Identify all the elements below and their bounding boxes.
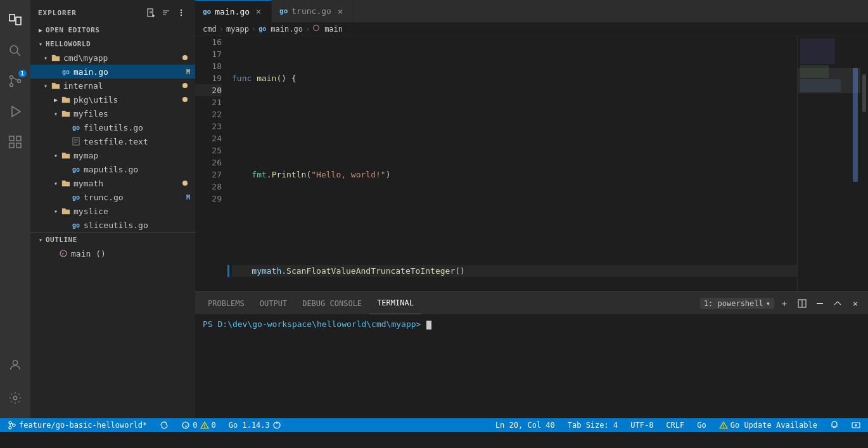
fileutils-go-icon: go: [71, 122, 81, 132]
tab-debug-console[interactable]: DEBUG CONSOLE: [295, 292, 369, 314]
add-terminal-button[interactable]: +: [777, 296, 792, 311]
new-file-icon[interactable]: [144, 6, 157, 19]
encoding-label: UTF-8: [630, 421, 653, 430]
outline-header[interactable]: ▾ OUTLINE: [30, 233, 195, 246]
go-update-label: Go Update Available: [731, 421, 817, 430]
terminal-prompt-text: PS D:\dev\go-workspace\helloworld\cmd\my…: [203, 319, 426, 329]
tab-problems[interactable]: PROBLEMS: [200, 292, 252, 314]
tab-bar: go main.go × go trunc.go ×: [195, 0, 868, 22]
terminal-selector-label: 1: powershell: [704, 299, 763, 308]
tree-item-main-go[interactable]: ▸ go main.go M: [30, 65, 195, 79]
go-update-status[interactable]: Go Update Available: [717, 421, 820, 430]
svg-rect-11: [16, 143, 21, 148]
tab-terminal[interactable]: TERMINAL: [369, 292, 421, 314]
tree-item-pkg-utils[interactable]: ▶ pkg\utils: [30, 93, 195, 106]
search-icon[interactable]: [0, 35, 30, 66]
tree-item-testfile-text[interactable]: ▸ testfile.text: [30, 134, 195, 148]
scroll-thumb[interactable]: [862, 74, 866, 112]
trunc-go-icon: go: [71, 192, 81, 202]
tree-item-internal[interactable]: ▾ internal: [30, 79, 195, 93]
helloworld-label: HELLOWORLD: [46, 40, 190, 48]
line-ending-status[interactable]: CRLF: [663, 421, 687, 430]
scroll-track[interactable]: [860, 36, 868, 291]
terminal-content[interactable]: PS D:\dev\go-workspace\helloworld\cmd\my…: [195, 314, 868, 418]
breadcrumb-myapp[interactable]: myapp: [226, 25, 249, 34]
code-content[interactable]: func main() { fmt.Println("Hello, world!…: [227, 36, 797, 291]
svg-point-6: [18, 80, 21, 83]
tree-label-pkg-utils: pkg\utils: [73, 95, 182, 105]
maximize-panel-button[interactable]: [830, 296, 845, 311]
breadcrumb-maingo[interactable]: main.go: [271, 25, 303, 34]
source-control-icon[interactable]: 1: [0, 66, 30, 96]
open-editors-header[interactable]: ▶ OPEN EDITORS: [30, 23, 195, 37]
svg-point-28: [314, 25, 319, 31]
close-panel-button[interactable]: ×: [848, 296, 863, 311]
tree-item-sliceutils-go[interactable]: ▸ go sliceutils.go: [30, 218, 195, 232]
tab-size-status[interactable]: Tab Size: 4: [565, 421, 620, 430]
sync-status[interactable]: [157, 421, 171, 430]
cmd-myapp-dot: [182, 55, 188, 60]
tree-item-fileutils-go[interactable]: ▸ go fileutils.go: [30, 120, 195, 134]
tree-item-myfiles[interactable]: ▾ myfiles: [30, 106, 195, 120]
code-editor[interactable]: 16 17 18 19 20 21 22 23 24 25 26 27 28 2…: [195, 36, 868, 291]
errors-warnings-status[interactable]: ✕ 0 0: [179, 421, 218, 430]
collapse-all-icon[interactable]: [160, 6, 172, 19]
tree-label-fileutils-go: fileutils.go: [84, 123, 190, 132]
kill-terminal-button[interactable]: [812, 296, 827, 311]
tab-main-go-close[interactable]: ×: [253, 6, 264, 16]
language-status[interactable]: Go: [694, 421, 708, 430]
myfiles-arrow: ▾: [51, 108, 61, 118]
source-control-badge: 1: [18, 70, 27, 77]
svg-line-3: [17, 53, 21, 56]
sidebar: EXPLORER ▶ OPEN EDITORS: [30, 0, 195, 418]
tree-label-mymath: mymath: [73, 179, 182, 188]
git-branch-status[interactable]: feature/go-basic-helloworld*: [5, 421, 150, 430]
maputils-go-icon: go: [71, 164, 81, 174]
account-icon[interactable]: [0, 350, 30, 380]
terminal-selector-dropdown[interactable]: 1: powershell ▾: [700, 298, 774, 309]
svg-point-33: [9, 426, 11, 429]
encoding-status[interactable]: UTF-8: [628, 421, 656, 430]
outline-item-main-label: main (): [71, 249, 190, 259]
tree-item-mymath[interactable]: ▾ mymath: [30, 176, 195, 190]
tree-label-myfiles: myfiles: [73, 109, 190, 118]
outline-item-main[interactable]: f main (): [30, 246, 195, 260]
breadcrumb-main[interactable]: main: [324, 25, 343, 34]
main-layout: EXPLORER ▶ OPEN EDITORS: [30, 0, 868, 418]
tree-item-trunc-go[interactable]: ▸ go trunc.go M: [30, 190, 195, 204]
tree-item-mymap[interactable]: ▾ mymap: [30, 148, 195, 162]
tree-item-cmd-myapp[interactable]: ▾ cmd\myapp: [30, 51, 195, 65]
notifications-status[interactable]: [827, 421, 841, 430]
svg-text:f: f: [61, 252, 64, 257]
run-icon[interactable]: [0, 96, 30, 127]
go-version-status[interactable]: Go 1.14.3: [226, 421, 284, 430]
tab-trunc-go[interactable]: go trunc.go ×: [272, 0, 354, 22]
split-terminal-button[interactable]: [795, 296, 810, 311]
explorer-icon[interactable]: [0, 5, 30, 35]
mymath-icon: [61, 178, 71, 188]
svg-point-21: [181, 15, 182, 16]
outline-fn-icon: f: [58, 248, 68, 259]
breadcrumb-cmd[interactable]: cmd: [203, 25, 217, 34]
breadcrumb-sep-1: ›: [219, 25, 224, 34]
mymath-arrow: ▾: [51, 178, 61, 188]
extensions-icon[interactable]: [0, 127, 30, 157]
settings-icon[interactable]: [0, 383, 30, 413]
helloworld-header[interactable]: ▾ HELLOWORLD: [30, 37, 195, 51]
tab-problems-label: PROBLEMS: [208, 299, 245, 308]
tree-item-myslice[interactable]: ▾ myslice: [30, 204, 195, 218]
svg-rect-9: [16, 136, 21, 141]
sliceutils-go-icon: go: [71, 220, 81, 230]
tab-trunc-go-icon: go: [279, 7, 288, 15]
remote-status[interactable]: [849, 421, 863, 430]
tab-trunc-go-close[interactable]: ×: [335, 6, 345, 16]
outline-label: OUTLINE: [46, 236, 190, 244]
cursor-position-status[interactable]: Ln 20, Col 40: [493, 421, 558, 430]
tab-output[interactable]: OUTPUT: [252, 292, 295, 314]
tree-item-maputils-go[interactable]: ▸ go maputils.go: [30, 162, 195, 176]
tab-main-go[interactable]: go main.go ×: [195, 0, 272, 22]
svg-rect-0: [10, 15, 15, 21]
more-options-icon[interactable]: [175, 6, 188, 19]
mymath-dot: [182, 181, 188, 186]
open-editors-label: OPEN EDITORS: [46, 26, 190, 34]
